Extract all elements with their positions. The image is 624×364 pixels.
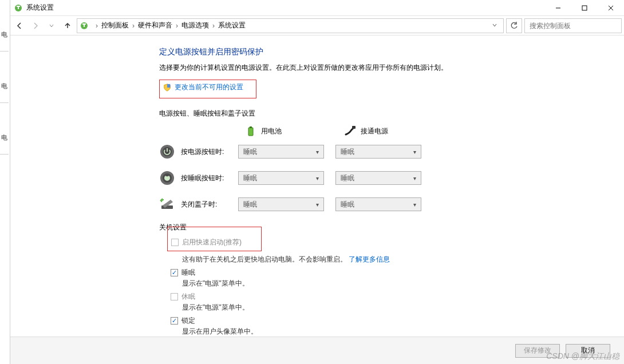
back-button[interactable]: [13, 19, 26, 33]
sleep-button-label: 按睡眠按钮时:: [181, 173, 238, 183]
lid-close-battery-select[interactable]: 睡眠▾: [238, 197, 324, 211]
breadcrumb-icon: [80, 21, 89, 30]
sidebar-cell: 电: [0, 0, 9, 52]
page-description: 选择要为你的计算机设置的电源设置。在此页上对设置所做的更改将应用于你所有的电源计…: [159, 63, 624, 73]
power-button-battery-select[interactable]: 睡眠▾: [238, 145, 324, 159]
sleep-menu-checkbox[interactable]: [171, 269, 178, 276]
power-button-icon: [159, 144, 175, 160]
search-input[interactable]: [528, 21, 618, 30]
fast-startup-label: 启用快速启动(推荐): [182, 238, 242, 247]
close-button[interactable]: [598, 0, 624, 16]
chevron-right-icon: ›: [96, 22, 98, 30]
cancel-button[interactable]: 取消: [566, 344, 610, 358]
plugged-column-header: 接通电源: [345, 125, 388, 137]
window-title: 系统设置: [26, 3, 545, 13]
fast-startup-checkbox[interactable]: [171, 239, 179, 246]
svg-rect-9: [82, 23, 86, 25]
left-sidebar-strip: 电 电 电: [0, 0, 10, 364]
learn-more-link[interactable]: 了解更多信息: [349, 255, 390, 263]
chevron-down-icon: ▾: [413, 149, 416, 155]
chevron-down-icon: ▾: [316, 201, 319, 208]
history-dropdown[interactable]: [45, 19, 58, 33]
chevron-down-icon: ▾: [316, 175, 319, 181]
change-unavailable-settings-link[interactable]: 更改当前不可用的设置: [163, 82, 252, 92]
hibernate-menu-label: 休眠: [181, 292, 195, 302]
power-button-label: 按电源按钮时:: [181, 147, 238, 157]
power-button-plugged-select[interactable]: 睡眠▾: [335, 145, 421, 159]
maximize-button[interactable]: [571, 0, 598, 16]
hibernate-menu-desc: 显示在"电源"菜单中。: [182, 303, 624, 312]
svg-rect-4: [582, 6, 587, 10]
breadcrumb-item[interactable]: 电源选项: [181, 21, 209, 30]
address-bar: › 控制面板 › 硬件和声音 › 电源选项 › 系统设置: [10, 16, 624, 35]
column-headers: 用电池 接通电源: [245, 125, 624, 137]
sleep-button-plugged-select[interactable]: 睡眠▾: [335, 171, 421, 185]
chevron-right-icon: ›: [132, 22, 135, 30]
lid-close-row: 关闭盖子时: 睡眠▾ 睡眠▾: [159, 196, 624, 212]
svg-rect-11: [248, 128, 253, 136]
svg-rect-13: [352, 126, 356, 129]
chevron-right-icon: ›: [176, 22, 178, 30]
search-input-box[interactable]: [524, 18, 622, 33]
section-label: 电源按钮、睡眠按钮和盖子设置: [159, 109, 624, 118]
svg-rect-12: [250, 126, 252, 128]
chevron-right-icon: ›: [212, 22, 215, 30]
save-button[interactable]: 保存修改: [515, 344, 560, 358]
highlight-box-2: 启用快速启动(推荐): [167, 227, 262, 251]
svg-rect-2: [17, 6, 20, 7]
app-icon: [14, 3, 23, 13]
battery-column-header: 用电池: [245, 125, 282, 137]
battery-icon: [245, 125, 256, 137]
plug-icon: [345, 125, 356, 137]
svg-rect-10: [167, 84, 170, 87]
lock-menu-label: 锁定: [181, 316, 195, 326]
breadcrumb-item[interactable]: 系统设置: [218, 21, 246, 30]
breadcrumb-item[interactable]: 控制面板: [101, 21, 129, 30]
fast-startup-desc: 这有助于在关机之后更快地启动电脑。不会影响重启。 了解更多信息: [182, 255, 624, 264]
up-button[interactable]: [61, 19, 74, 33]
sleep-button-row: 按睡眠按钮时: 睡眠▾ 睡眠▾: [159, 170, 624, 186]
minimize-button[interactable]: [545, 0, 571, 16]
breadcrumb[interactable]: › 控制面板 › 硬件和声音 › 电源选项 › 系统设置: [77, 18, 504, 33]
lid-close-plugged-select[interactable]: 睡眠▾: [335, 197, 421, 211]
breadcrumb-item[interactable]: 硬件和声音: [138, 21, 172, 30]
power-button-row: 按电源按钮时: 睡眠▾ 睡眠▾: [159, 144, 624, 160]
sleep-menu-desc: 显示在"电源"菜单中。: [182, 279, 624, 288]
sleep-button-icon: [159, 170, 175, 186]
lock-menu-checkbox[interactable]: [171, 317, 178, 325]
forward-button[interactable]: [29, 19, 42, 33]
lock-menu-desc: 显示在用户头像菜单中。: [182, 327, 624, 337]
window-titlebar: 系统设置: [10, 0, 624, 16]
sleep-menu-label: 睡眠: [181, 268, 195, 278]
change-unavailable-settings-label: 更改当前不可用的设置: [175, 82, 243, 92]
plugged-column-label: 接通电源: [361, 126, 388, 136]
refresh-button[interactable]: [506, 18, 522, 33]
sidebar-cell: 电: [0, 103, 9, 155]
battery-column-label: 用电池: [261, 126, 282, 136]
breadcrumb-dropdown[interactable]: [488, 22, 501, 30]
bottom-button-bar: 保存修改 取消: [10, 337, 624, 364]
hibernate-menu-checkbox[interactable]: [171, 293, 178, 300]
content-area: 定义电源按钮并启用密码保护 选择要为你的计算机设置的电源设置。在此页上对设置所做…: [10, 35, 624, 364]
chevron-down-icon: ▾: [316, 149, 319, 155]
chevron-down-icon: ▾: [413, 201, 416, 208]
laptop-lid-icon: [159, 196, 175, 212]
page-heading: 定义电源按钮并启用密码保护: [159, 47, 624, 57]
sidebar-cell: 电: [0, 52, 9, 103]
sleep-button-battery-select[interactable]: 睡眠▾: [238, 171, 324, 185]
shield-icon: [163, 84, 171, 92]
lid-close-label: 关闭盖子时:: [181, 200, 238, 209]
highlight-box: 更改当前不可用的设置: [159, 80, 256, 98]
chevron-down-icon: ▾: [413, 175, 416, 181]
